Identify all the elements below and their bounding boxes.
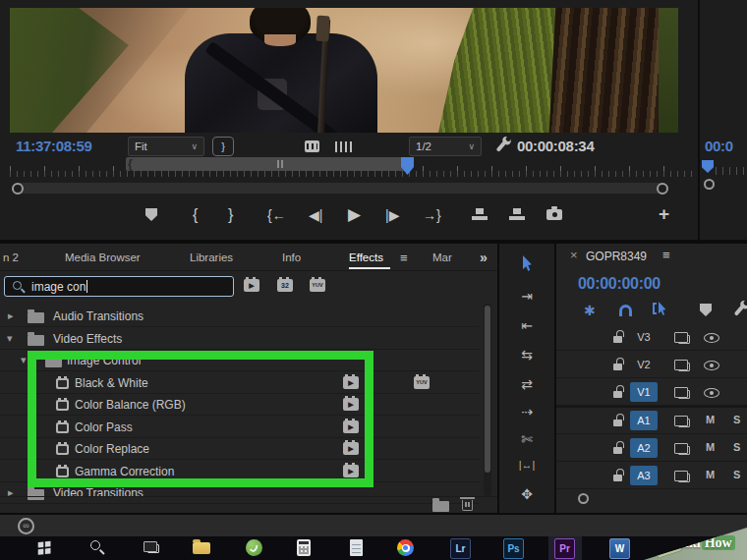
insert-button[interactable]: [472, 208, 488, 220]
track-header-a1[interactable]: A1 M S: [556, 408, 747, 434]
effects-search-box[interactable]: image con: [4, 276, 234, 297]
close-panel-icon[interactable]: ×: [570, 248, 578, 262]
toggle-proxies-button[interactable]: }: [212, 137, 234, 156]
timeline-scroll-knob[interactable]: [578, 493, 589, 504]
track-header-v2[interactable]: V2: [556, 352, 747, 378]
zoom-range-bar[interactable]: {: [126, 157, 411, 171]
lock-icon[interactable]: [613, 364, 622, 370]
toggle-track-output-icon[interactable]: [704, 333, 719, 343]
tab-media-browser[interactable]: Media Browser: [65, 252, 141, 263]
overwrite-button[interactable]: [509, 208, 525, 220]
source-scrollbar-track[interactable]: [12, 183, 668, 194]
track-label-a2[interactable]: A2: [630, 438, 658, 458]
track-label-a1[interactable]: A1: [630, 411, 658, 430]
file-explorer-icon[interactable]: [193, 542, 210, 554]
go-to-in-button[interactable]: {←: [267, 208, 286, 222]
tab-effects-active[interactable]: Effects: [349, 252, 383, 263]
track-header-a3[interactable]: A3 M S: [556, 463, 747, 489]
timeline-menu-icon[interactable]: ≡: [662, 248, 670, 262]
selection-tool[interactable]: [523, 255, 535, 271]
track-targeting-icon[interactable]: [678, 474, 690, 482]
filter-32bit-effects-icon[interactable]: 32: [277, 279, 293, 292]
export-frame-button[interactable]: [546, 209, 562, 220]
tree-item-gamma-correction[interactable]: Gamma Correction ▶: [0, 461, 480, 482]
delete-custom-item-icon[interactable]: [462, 500, 473, 511]
start-button-icon[interactable]: [38, 541, 44, 547]
razor-tool[interactable]: ✄: [499, 432, 554, 446]
hand-tool[interactable]: ✥: [499, 487, 554, 501]
effects-scrollbar-thumb[interactable]: [485, 306, 490, 473]
word-app-icon[interactable]: W: [609, 538, 630, 559]
program-scroll-knob[interactable]: [704, 179, 715, 190]
solo-track-button[interactable]: S: [733, 441, 740, 453]
search-input-value[interactable]: image con: [31, 280, 86, 294]
lock-icon[interactable]: [613, 391, 622, 398]
play-button[interactable]: ▶: [348, 206, 361, 223]
chevron-down-icon[interactable]: ▾: [21, 354, 27, 366]
track-header-a2[interactable]: A2 M S: [556, 435, 747, 462]
track-targeting-icon[interactable]: [678, 419, 690, 427]
add-button[interactable]: +: [659, 204, 669, 223]
tab-markers[interactable]: Mar: [432, 252, 452, 263]
track-targeting-icon[interactable]: [678, 363, 690, 371]
slip-tool[interactable]: |↔|: [499, 460, 554, 471]
mute-track-button[interactable]: M: [706, 469, 715, 480]
rate-stretch-tool[interactable]: ⇄: [499, 377, 554, 391]
settings-wrench-icon[interactable]: [496, 140, 507, 152]
drag-audio-only-icon[interactable]: [335, 141, 353, 152]
mark-in-button[interactable]: {: [193, 207, 198, 223]
taskbar-search-icon[interactable]: [90, 540, 100, 550]
tree-item-audio-transitions[interactable]: ▸ Audio Transitions: [0, 306, 480, 327]
track-select-forward-tool[interactable]: ⇥: [499, 289, 554, 303]
scrollbar-knob-left[interactable]: [12, 183, 24, 195]
drag-video-only-icon[interactable]: [305, 140, 319, 152]
tree-item-image-control[interactable]: ▾ Image Control: [0, 350, 480, 371]
playback-resolution-select[interactable]: 1/2 ∨: [409, 137, 482, 156]
linked-selection-icon[interactable]: [659, 302, 668, 315]
add-marker-button[interactable]: [145, 208, 157, 221]
calculator-icon[interactable]: [297, 539, 311, 556]
chevron-right-icon[interactable]: ▸: [8, 309, 14, 322]
filter-yuv-effects-icon[interactable]: YUV: [310, 279, 325, 292]
solo-track-button[interactable]: S: [733, 414, 740, 425]
creative-cloud-icon[interactable]: ∞: [18, 518, 34, 534]
remix-tool[interactable]: ⇢: [499, 405, 554, 419]
timeline-timecode[interactable]: 00:00:00:00: [578, 275, 661, 293]
timeline-settings-icon[interactable]: [734, 305, 745, 316]
lock-icon[interactable]: [613, 475, 622, 481]
toggle-track-output-icon[interactable]: [704, 361, 719, 370]
go-to-out-button[interactable]: →}: [423, 208, 441, 222]
notes-app-icon[interactable]: [350, 539, 363, 556]
effects-scrollbar-track[interactable]: [484, 304, 491, 496]
mark-out-button[interactable]: }: [228, 207, 233, 223]
mute-track-button[interactable]: M: [706, 441, 715, 453]
photoshop-app-icon[interactable]: Ps: [503, 538, 524, 559]
track-label-v1[interactable]: V1: [630, 382, 658, 402]
lightroom-app-icon[interactable]: Lr: [450, 538, 471, 559]
green-app-icon[interactable]: [246, 539, 262, 556]
panel-divider-vertical[interactable]: [698, 0, 700, 242]
solo-track-button[interactable]: S: [733, 469, 740, 480]
track-label-a3[interactable]: A3: [630, 466, 658, 485]
track-header-v3[interactable]: V3: [556, 324, 747, 351]
track-targeting-icon[interactable]: [678, 335, 690, 344]
scrollbar-knob-right[interactable]: [657, 183, 668, 195]
new-custom-bin-icon[interactable]: [432, 501, 449, 512]
track-label-v3[interactable]: V3: [630, 327, 658, 347]
timeline-tab-title[interactable]: GOPR8349: [586, 250, 647, 263]
range-in-brace[interactable]: {: [128, 157, 133, 171]
lock-icon[interactable]: [613, 447, 622, 454]
lock-icon[interactable]: [613, 336, 622, 343]
track-targeting-icon[interactable]: [678, 446, 690, 455]
snap-icon[interactable]: [619, 305, 632, 316]
tree-item-black-and-white[interactable]: Black & White ▶ YUV: [0, 372, 480, 394]
track-label-v2[interactable]: V2: [630, 355, 658, 374]
track-targeting-icon[interactable]: [678, 390, 690, 399]
task-view-icon[interactable]: [147, 544, 159, 553]
toggle-track-output-icon[interactable]: [704, 388, 719, 398]
add-marker-icon[interactable]: [700, 304, 712, 316]
ripple-edit-tool[interactable]: ⇤: [499, 318, 554, 332]
program-playhead[interactable]: [702, 160, 714, 173]
tab-bin[interactable]: n 2: [3, 252, 19, 263]
tab-libraries[interactable]: Libraries: [190, 252, 233, 263]
